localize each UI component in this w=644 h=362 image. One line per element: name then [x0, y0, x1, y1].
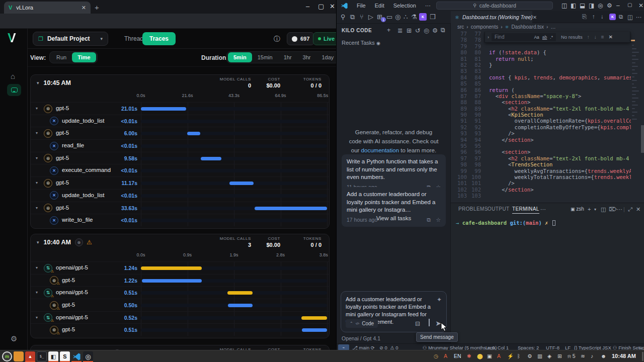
sidebar-settings-icon[interactable]: ⚙: [11, 334, 17, 343]
compare-icon[interactable]: ⧉: [619, 14, 623, 20]
find-input[interactable]: Find Aa ab .*: [492, 33, 556, 41]
editor-scrollbar[interactable]: [640, 31, 644, 203]
tray-shield-icon[interactable]: ◈: [547, 353, 551, 359]
next-change-icon[interactable]: ↓: [601, 14, 604, 20]
trace-row[interactable]: ✕write_to_file<0.01s: [31, 214, 329, 226]
enhance-prompt-icon[interactable]: ✦: [437, 296, 442, 303]
list-icon[interactable]: ≣: [397, 27, 403, 34]
trace-row[interactable]: ▾⊛gpt-521.01s: [31, 102, 329, 115]
status-indentation[interactable]: Spaces: 2: [518, 345, 539, 350]
browser-minimize-button[interactable]: –: [306, 3, 309, 10]
status-encoding[interactable]: UTF-8: [546, 345, 559, 350]
trace-row[interactable]: ▾⊛gpt-511.17s: [31, 176, 329, 189]
split-terminal-icon[interactable]: ◫: [601, 206, 606, 213]
find-next-icon[interactable]: ↓: [594, 34, 597, 40]
trace-row[interactable]: ✕update_todo_list<0.01s: [31, 189, 329, 202]
chevron-down-icon[interactable]: ▾: [36, 131, 38, 135]
vscode-minimize-button[interactable]: –: [616, 2, 620, 9]
tray-amd-icon[interactable]: A: [444, 353, 447, 359]
find-prev-icon[interactable]: ↑: [587, 34, 590, 40]
tray-app1-icon[interactable]: ⚙: [527, 353, 532, 359]
browser-close-button[interactable]: ✕: [330, 3, 335, 10]
trace-row[interactable]: ▾⇅⚠openai/gpt-50.52s: [31, 311, 329, 324]
run-debug-icon[interactable]: ▷: [368, 13, 373, 21]
trace-section-header[interactable]: ▾10:45 AM: [31, 75, 329, 91]
trace-row[interactable]: ▾⊛gpt-59.58s: [31, 152, 329, 164]
trace-section-header[interactable]: ▾10:40 AM⊛⚠: [31, 234, 329, 250]
sidebar-home-icon[interactable]: ⌂: [11, 72, 15, 80]
history-icon[interactable]: ↺: [415, 27, 420, 34]
search-icon[interactable]: ⚲: [341, 13, 346, 21]
duration-option-15min[interactable]: 15min: [252, 52, 278, 62]
account-icon[interactable]: ◎: [424, 27, 429, 34]
view-option-time[interactable]: Time: [72, 52, 96, 62]
chevron-down-icon[interactable]: ▾: [36, 315, 38, 320]
tray-slack-icon[interactable]: ✱: [467, 353, 471, 359]
panel-tab-terminal[interactable]: TERMINAL: [512, 206, 539, 214]
marketplace-icon[interactable]: ⊞: [407, 27, 412, 34]
tray-notifications[interactable]: ⍾ 5: [568, 353, 576, 359]
panel-right-icon[interactable]: ◨: [589, 2, 594, 9]
model-selector[interactable]: Openai / Gpt 4.1: [342, 335, 380, 341]
duration-option-5min[interactable]: 5min: [228, 52, 252, 62]
chat-input-box[interactable]: Add a customer leaderboard or loyalty po…: [341, 291, 447, 332]
tray-lang[interactable]: EN: [454, 353, 461, 359]
taskbar-s-app[interactable]: S: [60, 351, 70, 361]
trace-row[interactable]: ⊛⚠gpt-51.22s: [31, 274, 329, 287]
taskbar-clock[interactable]: 10:48 AM: [612, 353, 636, 359]
open-changes-icon[interactable]: ⎘: [582, 14, 587, 20]
trace-row[interactable]: ✕execute_command<0.01s: [31, 164, 329, 176]
status-cursor-position[interactable]: Ln 9, Col 1: [486, 345, 509, 350]
shell-label[interactable]: ▣ zsh: [571, 206, 584, 212]
trace-row[interactable]: ▾⇅⚠openai/gpt-51.24s: [31, 261, 329, 274]
github-stars-button[interactable]: 697: [287, 32, 314, 45]
trace-row[interactable]: ⊛⚠gpt-50.51s: [31, 323, 329, 336]
source-control-icon[interactable]: ⑂: [360, 13, 364, 21]
tray-user-icon[interactable]: ☻: [601, 353, 606, 359]
chevron-down-icon[interactable]: ▾: [36, 206, 38, 210]
sidebar-chat-icon[interactable]: [7, 84, 21, 96]
taskbar-studio[interactable]: ◧: [48, 351, 58, 361]
new-task-icon[interactable]: +: [387, 27, 390, 34]
context-icon[interactable]: ⊟: [415, 320, 420, 327]
panel-tab-output[interactable]: OUTPUT: [488, 206, 510, 212]
editor-more-icon[interactable]: ⋯: [636, 14, 642, 21]
chevron-down-icon[interactable]: ▾: [36, 156, 38, 160]
scrollbar-thumb[interactable]: [641, 125, 644, 153]
browser-maximize-button[interactable]: ▢: [318, 3, 324, 10]
copilot-icon[interactable]: ◎: [395, 13, 400, 21]
view-option-run[interactable]: Run: [51, 52, 72, 62]
match-case-icon[interactable]: Aa: [534, 35, 539, 40]
panel-tab-problems[interactable]: PROBLEMS: [458, 206, 488, 212]
vscode-maximize-button[interactable]: ▢: [627, 2, 632, 8]
tray-volume-icon[interactable]: ♪: [591, 353, 593, 359]
testing-icon[interactable]: ⚗: [411, 13, 417, 21]
remote-explorer-icon[interactable]: ▭: [386, 13, 392, 21]
recent-tasks-expand-icon[interactable]: ◉: [376, 41, 380, 46]
tab-close-icon[interactable]: ✕: [82, 5, 86, 11]
regex-icon[interactable]: .*: [550, 35, 553, 40]
tray-fish-icon[interactable]: ⬤: [477, 353, 483, 359]
editor-tab-close-icon[interactable]: ✕: [533, 15, 537, 20]
panel-left-icon[interactable]: ◧: [571, 2, 576, 9]
tray-camera-icon[interactable]: ▣: [487, 353, 492, 359]
new-terminal-icon[interactable]: +: [588, 206, 591, 212]
customize-layout-icon[interactable]: ◫: [561, 2, 567, 9]
tray-bluetooth-icon[interactable]: ᛒ: [517, 353, 520, 359]
taskbar-files[interactable]: [14, 351, 24, 361]
taskbar-menu[interactable]: m: [2, 351, 12, 361]
documentation-link[interactable]: documentation: [361, 147, 399, 153]
tray-clock-icon[interactable]: ◷: [434, 353, 438, 359]
show-desktop-button[interactable]: [642, 352, 643, 361]
taskbar-terminal[interactable]: $_: [37, 351, 47, 361]
tab-traces[interactable]: Traces: [142, 32, 176, 45]
command-center-search[interactable]: ⚲ cafe-dashboard: [436, 2, 553, 10]
chevron-down-icon[interactable]: ▾: [36, 106, 38, 111]
trace-row[interactable]: ▾⊛gpt-56.00s: [31, 127, 329, 139]
trace-row[interactable]: ✕read_file<0.01s: [31, 139, 329, 152]
tray-power-icon[interactable]: ⚡: [507, 353, 514, 359]
terminal-prompt[interactable]: → cafe-dashboard git:(main) ✗: [456, 220, 555, 226]
trace-row[interactable]: ▾⊛gpt-533.63s: [31, 202, 329, 214]
status-branch[interactable]: ⎇ main ⟳: [352, 345, 375, 350]
open-external-icon[interactable]: ⧉: [441, 27, 445, 34]
